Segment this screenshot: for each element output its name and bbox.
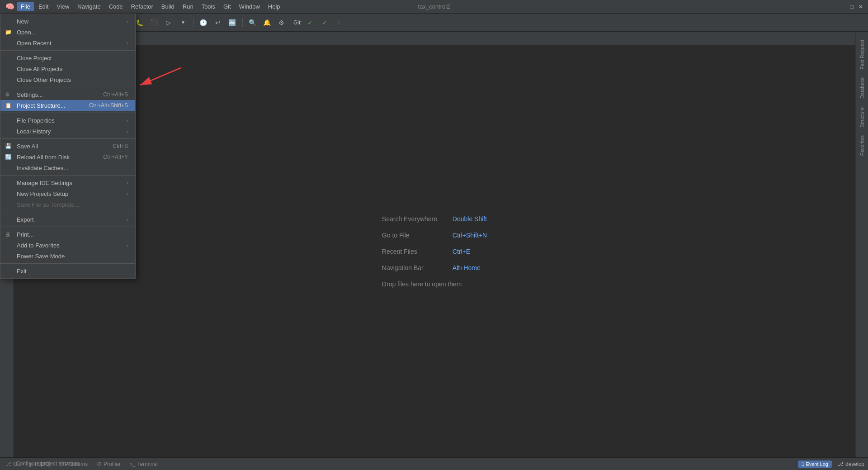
sidebar-right-fast-request[interactable]: Fast Request — [858, 36, 867, 73]
window-title: tax_control2 — [418, 3, 450, 10]
editor-area: Search Everywhere Double Shift Go to Fil… — [14, 45, 855, 457]
notification-button[interactable]: 🔔 — [261, 16, 274, 29]
menu-refactor[interactable]: Refactor — [127, 2, 157, 11]
menu-item-reload-all[interactable]: 🔄 Reload All from Disk Ctrl+Alt+Y — [0, 152, 135, 162]
menu-edit[interactable]: Edit — [35, 2, 52, 11]
git-check2-button[interactable]: ✓ — [318, 16, 331, 29]
menu-item-manage-ide[interactable]: Manage IDE Settings › — [0, 177, 135, 188]
menu-item-save-all[interactable]: 💾 Save All Ctrl+S — [0, 141, 135, 152]
reload-all-shortcut: Ctrl+Alt+Y — [103, 154, 128, 160]
git-label: Git: — [293, 19, 302, 26]
menu-item-add-to-favorites[interactable]: Add to Favorites › — [0, 240, 135, 251]
separator-7 — [0, 227, 135, 227]
window-controls: ─ □ ✕ — [839, 3, 864, 10]
close-other-projects-label: Close Other Projects — [17, 76, 71, 83]
menu-item-close-other-projects[interactable]: Close Other Projects — [0, 74, 135, 85]
menu-run[interactable]: Run — [179, 2, 197, 11]
save-file-template-label: Save File as Template... — [17, 201, 80, 208]
add-to-favorites-arrow: › — [127, 243, 128, 248]
print-icon: 🖨 — [5, 231, 10, 237]
add-to-favorites-label: Add to Favorites — [17, 242, 60, 249]
menu-bar: 🧠 File Edit View Navigate Code Refactor … — [4, 0, 284, 13]
search-button[interactable]: 🔍 — [246, 16, 259, 29]
menu-tools[interactable]: Tools — [198, 2, 219, 11]
recent-files-label: Recent Files — [382, 248, 445, 255]
branch-button[interactable]: ⎇ develop — [837, 461, 864, 467]
power-save-mode-label: Power Save Mode — [17, 253, 65, 260]
separator-6 — [0, 212, 135, 212]
navigation-bar-label: Navigation Bar — [382, 264, 445, 271]
menu-build[interactable]: Build — [158, 2, 178, 11]
open-recent-arrow: › — [127, 41, 128, 46]
close-button[interactable]: ✕ — [857, 3, 864, 10]
open-label: Open... — [17, 29, 36, 36]
menu-item-open-recent[interactable]: Open Recent › — [0, 38, 135, 48]
drop-files-row: Drop files here to open them — [382, 280, 487, 288]
menu-item-invalidate-caches[interactable]: Invalidate Caches... — [0, 162, 135, 173]
menu-item-close-all-projects[interactable]: Close All Projects — [0, 63, 135, 74]
settings-button[interactable]: ⚙ — [275, 16, 288, 29]
menu-item-settings[interactable]: ⚙ Settings... Ctrl+Alt+S — [0, 89, 135, 100]
branch-icon: ⎇ — [837, 461, 844, 467]
new-arrow: › — [127, 19, 128, 24]
sidebar-right-database[interactable]: Database — [858, 74, 867, 102]
navigation-bar-row: Navigation Bar Alt+Home — [382, 264, 487, 271]
menu-item-close-project[interactable]: Close Project — [0, 52, 135, 63]
invalidate-caches-label: Invalidate Caches... — [17, 165, 68, 171]
file-properties-arrow: › — [127, 118, 128, 123]
minimize-button[interactable]: ─ — [839, 3, 846, 10]
branch-name: develop — [845, 461, 864, 467]
menu-help[interactable]: Help — [264, 2, 284, 11]
separator-3 — [0, 113, 135, 113]
menu-item-exit[interactable]: Exit — [0, 266, 135, 276]
toolbar-separator-3 — [193, 18, 193, 27]
project-structure-icon: 📋 — [5, 102, 12, 109]
menu-item-save-file-template: Save File as Template... — [0, 199, 135, 210]
menu-item-project-structure[interactable]: 📋 Project Structure... Ctrl+Alt+Shift+S — [0, 100, 135, 111]
goto-file-label: Go to File — [382, 232, 445, 239]
bottom-right: 1 Event Log ⎇ develop — [798, 461, 864, 468]
menu-code[interactable]: Code — [105, 2, 127, 11]
menu-item-file-properties[interactable]: File Properties › — [0, 115, 135, 126]
navigation-bar-shortcut: Alt+Home — [453, 264, 481, 271]
git-icon: ⎇ — [5, 461, 11, 467]
profiler-tab[interactable]: ⏱ Profiler — [95, 460, 123, 468]
event-log-button[interactable]: 1 Event Log — [798, 461, 832, 468]
menu-item-power-save-mode[interactable]: Power Save Mode — [0, 251, 135, 261]
menu-item-new[interactable]: New › — [0, 16, 135, 27]
profiler-tab-label: Profiler — [104, 461, 121, 467]
menu-item-print[interactable]: 🖨 Print... — [0, 229, 135, 240]
run-with-profiler-button[interactable]: ▷ — [162, 16, 175, 29]
export-label: Export — [17, 216, 34, 223]
maximize-button[interactable]: □ — [848, 3, 855, 10]
menu-item-new-projects-setup[interactable]: New Projects Setup › — [0, 188, 135, 199]
menu-item-local-history[interactable]: Local History › — [0, 126, 135, 137]
git-history-button[interactable]: 🕐 — [197, 16, 210, 29]
export-arrow: › — [127, 217, 128, 222]
menu-file[interactable]: File — [17, 2, 34, 11]
menu-git[interactable]: Git — [220, 2, 235, 11]
menu-view[interactable]: View — [53, 2, 73, 11]
menu-item-export[interactable]: Export › — [0, 214, 135, 225]
menu-window[interactable]: Window — [236, 2, 264, 11]
menu-navigate[interactable]: Navigate — [74, 2, 104, 11]
goto-file-row: Go to File Ctrl+Shift+N — [382, 232, 487, 239]
file-menu-dropdown: New › 📁 Open... Open Recent › Close Proj… — [0, 14, 136, 279]
coverage-button[interactable]: ⬛ — [148, 16, 160, 29]
sidebar-right-structure[interactable]: Structure — [858, 104, 867, 131]
settings-icon: ⚙ — [5, 91, 10, 98]
reload-all-label: Reload All from Disk — [17, 154, 70, 161]
translate-button[interactable]: 🔤 — [226, 16, 239, 29]
save-all-icon: 💾 — [5, 143, 12, 149]
app-icon: 🧠 — [4, 0, 16, 13]
git-check-button[interactable]: ✓ — [304, 16, 316, 29]
settings-label: Settings... — [17, 91, 43, 98]
rollback-button[interactable]: ↩ — [212, 16, 224, 29]
sidebar-right-favorites[interactable]: Favorites — [858, 132, 867, 159]
close-all-projects-label: Close All Projects — [17, 66, 62, 72]
menu-item-open[interactable]: 📁 Open... — [0, 27, 135, 38]
terminal-tab-label: Terminal — [137, 461, 157, 467]
more-run-button[interactable]: ▼ — [177, 16, 189, 29]
git-push-button[interactable]: ↑ — [333, 16, 345, 29]
terminal-tab[interactable]: >_ Terminal — [128, 460, 160, 468]
